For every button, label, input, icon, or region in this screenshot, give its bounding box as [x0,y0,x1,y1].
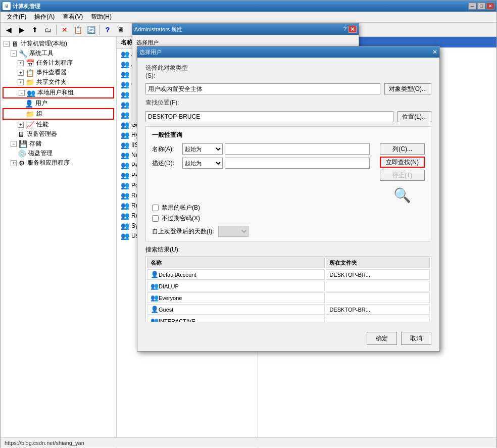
up-button[interactable]: ⬆ [29,24,41,35]
columns-button[interactable]: 列(C)... [380,143,425,155]
tree-item-system-tools[interactable]: − 🔧 系统工具 [3,48,114,58]
tree-label-disk-mgmt: 磁盘管理 [28,149,53,158]
delete-button[interactable]: ✕ [59,24,71,35]
result-cell-name: 👥Everyone [147,292,325,303]
group-icon-perf2: 👥 [121,171,129,179]
tree-toggle-computer-mgmt[interactable]: − [4,41,10,47]
result-cell-folder: DESKTOP-BR... [326,304,430,315]
days-select[interactable] [218,226,249,237]
group-icon-guests: 👥 [121,121,129,129]
tree-label-task: 任务计划程序 [36,59,73,67]
refresh-button[interactable]: 🔄 [85,24,97,35]
group-icon-poweru: 👥 [121,181,129,189]
group-icon-system: 👥 [121,222,129,230]
tree-toggle-services[interactable]: + [11,160,17,166]
dialog-su-titlebar: 选择用户 ✕ [137,46,439,58]
help-button[interactable]: ? [102,24,114,35]
status-text: https://blog.csdn.net/shiang_yan [5,440,84,446]
properties-button[interactable]: 📋 [72,24,84,35]
group-icon-device: 👥 [121,90,129,98]
days-row: 自上次登录后的天数(I): [152,226,425,237]
dialog-admins-question[interactable]: ? [343,26,346,33]
cancel-button[interactable]: 取消 [401,332,431,345]
tree-toggle-event[interactable]: + [18,70,24,76]
no-expire-checkbox[interactable] [152,215,159,222]
search-now-button[interactable]: 立即查找(N) [380,157,425,168]
tree-item-users[interactable]: 👤 用户 [3,98,114,108]
minimize-button[interactable]: ─ [468,3,476,10]
dialog-admins-close[interactable]: ✕ [349,26,357,33]
tree-item-services-apps[interactable]: + ⚙ 服务和应用程序 [3,158,114,168]
location-button[interactable]: 位置(L)... [397,111,431,122]
tree-toggle-shared[interactable]: + [18,79,24,85]
tree-item-event-viewer[interactable]: + 📋 事件查看器 [3,68,114,77]
tree-item-task-scheduler[interactable]: + 📅 任务计划程序 [3,58,114,68]
tree-item-disk-mgmt[interactable]: 💿 磁盘管理 [3,148,114,158]
menu-file[interactable]: 文件(F) [3,12,30,22]
result-row[interactable]: 👤DefaultAccountDESKTOP-BR... [147,269,430,280]
dialog-su-close[interactable]: ✕ [432,48,437,56]
location-input[interactable] [145,111,393,122]
tree-item-local-users[interactable]: − 👥 本地用户和组 [3,87,114,98]
general-query-title: 一般性查询 [152,131,425,139]
desc-value-input[interactable] [225,158,370,169]
tree-toggle-task[interactable]: + [18,60,24,66]
users-folder-icon: 👤 [25,99,33,108]
desc-condition-select[interactable]: 起始为 [182,158,223,169]
tree-item-performance[interactable]: + 📈 性能 [3,120,114,129]
group-icon-perf1: 👥 [121,161,129,169]
tree-item-groups[interactable]: 📁 组 [3,108,114,120]
shared-folders-icon: 📁 [26,78,34,86]
name-value-input[interactable] [225,143,370,155]
tree-label-local-users: 本地用户和组 [37,88,74,97]
result-row[interactable]: 👤GuestDESKTOP-BR... [147,304,430,315]
tree-label-computer-mgmt: 计算机管理(本地) [21,39,67,48]
tree-item-shared-folders[interactable]: + 📁 共享文件夹 [3,77,114,87]
group-icon-crypto: 👥 [121,80,129,88]
search-icon-area: 🔍 [380,187,425,204]
result-cell-name: 👤Guest [147,304,325,315]
stop-button[interactable]: 停止(T) [380,170,425,181]
col-name[interactable]: 名称 [147,258,325,268]
object-type-input[interactable] [145,83,380,94]
group-icon-backup: 👥 [121,70,129,78]
location-label-row: 查找位置(F): [145,98,431,107]
toolbar-sep-1 [56,25,57,35]
tree-toggle-local-users[interactable]: − [19,90,25,96]
group-icon-users-grp: 👥 [121,232,129,240]
maximize-button[interactable]: □ [477,3,485,10]
desc-query-label: 描述(D): [152,159,182,168]
groups-folder-icon: 📁 [26,110,34,118]
tree-toggle-system-tools[interactable]: − [11,51,17,57]
sidebar-tree: − 🖥 计算机管理(本地) − 🔧 系统工具 + 📅 任务计划程序 [1,37,117,448]
tree-area: − 🖥 计算机管理(本地) − 🔧 系统工具 + 📅 任务计划程序 [1,37,116,448]
dialog-admins-title: Administrators 属性 [134,26,182,33]
back-button[interactable]: ◀ [3,24,15,35]
menu-help[interactable]: 帮助(H) [87,12,116,22]
forward-button[interactable]: ▶ [16,24,28,35]
close-button[interactable]: ✕ [486,3,494,10]
tree-item-device-mgr[interactable]: 🖥 设备管理器 [3,129,114,139]
tree-label-performance: 性能 [36,120,48,129]
tree-toggle-storage[interactable]: − [11,141,17,147]
result-icon: 👤 [151,306,159,313]
desc-query-row: 描述(D): 起始为 [152,158,370,169]
result-row[interactable]: 👥DIALUP [147,281,430,291]
name-condition-select[interactable]: 起始为 [182,143,223,155]
menu-action[interactable]: 操作(A) [30,12,59,22]
result-row[interactable]: 👥INTERACTIVE [147,316,430,322]
confirm-button[interactable]: 确定 [367,332,397,345]
title-bar: 🖥 计算机管理 ─ □ ✕ [1,1,496,12]
col-folder[interactable]: 所在文件夹 [326,258,430,268]
tree-item-computer-mgmt[interactable]: − 🖥 计算机管理(本地) [3,39,114,48]
object-type-button[interactable]: 对象类型(O)... [384,83,431,94]
results-scroll-area[interactable]: 名称 所在文件夹 👤DefaultAccountDESKTOP-BR...👥DI… [145,256,431,322]
tree-item-storage[interactable]: − 💾 存储 [3,139,114,148]
result-row[interactable]: 👥Everyone [147,292,430,303]
result-cell-name: 👤DefaultAccount [147,269,325,280]
show-hide-button[interactable]: 🗂 [42,24,54,35]
explorer-button[interactable]: 🖥 [115,24,127,35]
tree-toggle-perf[interactable]: + [18,122,24,128]
disabled-acct-checkbox[interactable] [152,205,159,211]
menu-view[interactable]: 查看(V) [59,12,87,22]
